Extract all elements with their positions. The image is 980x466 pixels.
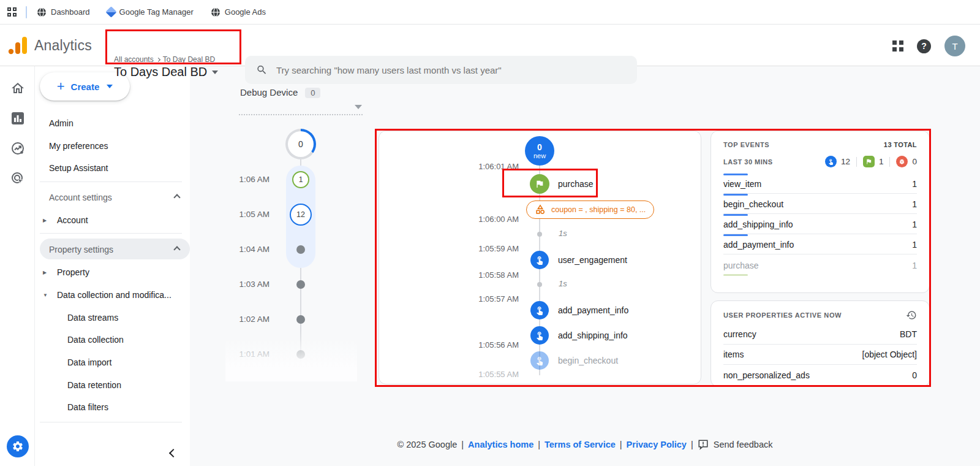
google-apps-grid-icon[interactable] bbox=[892, 40, 903, 52]
explore-icon[interactable] bbox=[10, 141, 25, 156]
timeline-minute-bubble[interactable]: 12 bbox=[290, 204, 312, 226]
user-property-row[interactable]: currency BDT bbox=[723, 324, 917, 345]
tap-event-icon[interactable] bbox=[530, 301, 549, 319]
top-event-row[interactable]: add_payment_info 1 bbox=[723, 234, 917, 254]
top-events-card: TOP EVENTS 13 TOTAL LAST 30 MINS 12 1 0 bbox=[710, 131, 930, 293]
stream-timestamp: 1:05:57 AM bbox=[458, 294, 519, 304]
bookmark-google-tag-manager[interactable]: Google Tag Manager bbox=[107, 7, 194, 17]
minute-count: 1 bbox=[299, 175, 303, 184]
tap-event-icon bbox=[825, 156, 837, 167]
bookmark-label: Google Tag Manager bbox=[119, 7, 194, 17]
timeline-minute-label: 1:04 AM bbox=[232, 245, 270, 254]
search-bar[interactable] bbox=[245, 56, 637, 84]
device-dropdown-icon[interactable] bbox=[355, 105, 362, 109]
error-bug-icon bbox=[896, 156, 908, 167]
stream-timestamp: 1:06:01 AM bbox=[458, 162, 519, 171]
ecommerce-params-icon bbox=[535, 204, 546, 215]
sidebar-item-data-collection[interactable]: Data collection bbox=[67, 335, 124, 345]
top-event-row[interactable]: purchase 1 bbox=[723, 254, 917, 275]
event-add-payment-info[interactable]: add_payment_info bbox=[558, 305, 628, 315]
footer-separator: | bbox=[461, 440, 464, 449]
reports-icon[interactable] bbox=[10, 111, 25, 126]
user-property-row[interactable]: non_personalized_ads 0 bbox=[723, 365, 917, 385]
tap-count: 12 bbox=[841, 157, 850, 166]
plus-icon: + bbox=[57, 80, 65, 93]
top-event-row[interactable]: view_item 1 bbox=[723, 174, 917, 194]
gap-dot bbox=[537, 282, 542, 287]
footer-link-analytics-home[interactable]: Analytics home bbox=[468, 440, 533, 449]
chevron-up-icon[interactable] bbox=[173, 194, 180, 201]
tap-event-icon[interactable] bbox=[530, 326, 549, 345]
collapse-triangle-icon[interactable]: ▼ bbox=[43, 292, 48, 298]
event-purchase[interactable]: purchase bbox=[558, 179, 594, 189]
admin-sidebar: + Create Admin My preferences Setup Assi… bbox=[35, 66, 190, 466]
sidebar-item-my-preferences[interactable]: My preferences bbox=[49, 141, 108, 151]
section-property-settings[interactable]: Property settings bbox=[49, 245, 113, 254]
account-switcher[interactable]: All accounts To Day Deal BD To Days Deal… bbox=[114, 55, 218, 79]
expand-triangle-icon[interactable]: ▶ bbox=[43, 218, 47, 223]
event-user-engagement[interactable]: user_engagement bbox=[558, 255, 627, 265]
event-name: purchase bbox=[723, 261, 759, 270]
bookmark-google-ads[interactable]: Google Ads bbox=[211, 7, 266, 17]
tap-event-icon[interactable] bbox=[530, 351, 549, 370]
home-icon[interactable] bbox=[10, 81, 25, 96]
event-begin-checkout[interactable]: begin_checkout bbox=[558, 356, 618, 365]
avatar[interactable]: T bbox=[944, 36, 965, 56]
globe-icon bbox=[37, 7, 47, 17]
send-feedback-button[interactable]: Send feedback bbox=[698, 439, 773, 450]
sidebar-item-data-filters[interactable]: Data filters bbox=[67, 402, 108, 412]
analytics-logo[interactable]: Analytics bbox=[7, 36, 92, 55]
feedback-icon bbox=[698, 439, 709, 450]
sidebar-item-admin[interactable]: Admin bbox=[49, 118, 74, 128]
property-value: 0 bbox=[912, 370, 917, 380]
conversion-flag-icon[interactable] bbox=[530, 174, 549, 194]
bookmarks-apps-grid-icon[interactable] bbox=[7, 7, 17, 17]
new-events-button[interactable]: 0 new bbox=[525, 136, 554, 166]
event-params-chip[interactable]: coupon = , shipping = 80, ... bbox=[526, 201, 654, 219]
tap-event-icon[interactable] bbox=[530, 251, 549, 269]
collapse-sidebar-icon[interactable] bbox=[169, 449, 178, 457]
timeline-minute-dot[interactable] bbox=[296, 245, 305, 254]
section-account-settings[interactable]: Account settings bbox=[49, 193, 112, 202]
top-event-row[interactable]: add_shipping_info 1 bbox=[723, 214, 917, 234]
sidebar-item-data-retention[interactable]: Data retention bbox=[67, 380, 121, 390]
dotted-divider bbox=[239, 114, 363, 115]
footer: © 2025 Google | Analytics home | Terms o… bbox=[190, 439, 980, 450]
gap-dot bbox=[537, 232, 542, 237]
divider bbox=[856, 157, 857, 167]
sidebar-item-data-collection-modification[interactable]: Data collection and modifica... bbox=[57, 290, 172, 300]
sidebar-item-data-import[interactable]: Data import bbox=[67, 357, 111, 367]
user-property-row[interactable]: items [object Object] bbox=[723, 345, 917, 365]
sidebar-item-data-streams[interactable]: Data streams bbox=[67, 313, 118, 323]
debug-device-label: Debug Device0 bbox=[240, 87, 320, 98]
help-icon[interactable]: ? bbox=[917, 39, 931, 53]
timeline-minute-dot[interactable] bbox=[296, 315, 305, 324]
advertising-icon[interactable] bbox=[10, 171, 25, 186]
sidebar-item-setup-assistant[interactable]: Setup Assistant bbox=[49, 163, 108, 173]
chevron-down-icon bbox=[212, 71, 218, 74]
property-name: non_personalized_ads bbox=[723, 370, 810, 380]
timeline-current-count: 0 bbox=[298, 139, 303, 149]
stream-timestamp: 1:05:59 AM bbox=[458, 244, 519, 253]
timeline-minute-dot[interactable] bbox=[296, 280, 305, 289]
timeline-current-minute[interactable]: 0 bbox=[285, 129, 316, 159]
expand-triangle-icon[interactable]: ▶ bbox=[43, 270, 47, 275]
history-clock-icon[interactable] bbox=[906, 310, 917, 321]
footer-link-terms[interactable]: Terms of Service bbox=[545, 440, 616, 449]
timeline-minute-bubble[interactable]: 1 bbox=[292, 171, 309, 188]
debug-device-title: Debug Device bbox=[240, 87, 298, 97]
top-event-row[interactable]: begin_checkout 1 bbox=[723, 194, 917, 214]
sidebar-item-account[interactable]: Account bbox=[57, 215, 88, 225]
admin-gear-icon[interactable] bbox=[7, 435, 29, 457]
event-add-shipping-info[interactable]: add_shipping_info bbox=[558, 330, 628, 340]
property-name: items bbox=[723, 350, 744, 359]
bookmark-dashboard[interactable]: Dashboard bbox=[37, 7, 90, 17]
sidebar-item-property[interactable]: Property bbox=[57, 267, 89, 277]
gap-duration: 1s bbox=[559, 279, 567, 288]
divider bbox=[40, 422, 182, 422]
footer-link-privacy[interactable]: Privacy Policy bbox=[627, 440, 687, 449]
bookmark-label: Dashboard bbox=[51, 7, 90, 17]
gtm-icon bbox=[105, 6, 116, 17]
search-input[interactable] bbox=[276, 65, 626, 75]
event-accent-bar bbox=[723, 174, 748, 175]
